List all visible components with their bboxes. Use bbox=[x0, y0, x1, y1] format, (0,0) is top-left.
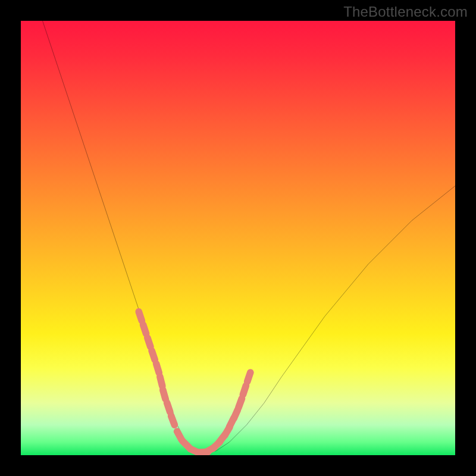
marker-dash bbox=[139, 312, 142, 321]
marker-dash bbox=[143, 325, 146, 334]
marker-dash bbox=[248, 372, 250, 381]
watermark-text: TheBottleneck.com bbox=[343, 4, 468, 20]
marker-dash bbox=[243, 386, 246, 394]
chart-frame: TheBottleneck.com bbox=[0, 0, 476, 476]
highlighted-points bbox=[139, 312, 250, 453]
marker-dash bbox=[160, 377, 162, 386]
marker-dash bbox=[148, 338, 151, 347]
marker-dash bbox=[156, 364, 159, 372]
plot-area bbox=[21, 21, 455, 455]
marker-dash bbox=[167, 403, 170, 412]
marker-dash bbox=[234, 409, 238, 418]
bottleneck-curve bbox=[43, 21, 456, 453]
marker-dash bbox=[171, 416, 175, 425]
marker-dash bbox=[239, 399, 242, 408]
marker-dash bbox=[163, 390, 165, 399]
marker-dash bbox=[152, 351, 155, 360]
chart-svg bbox=[21, 21, 455, 455]
